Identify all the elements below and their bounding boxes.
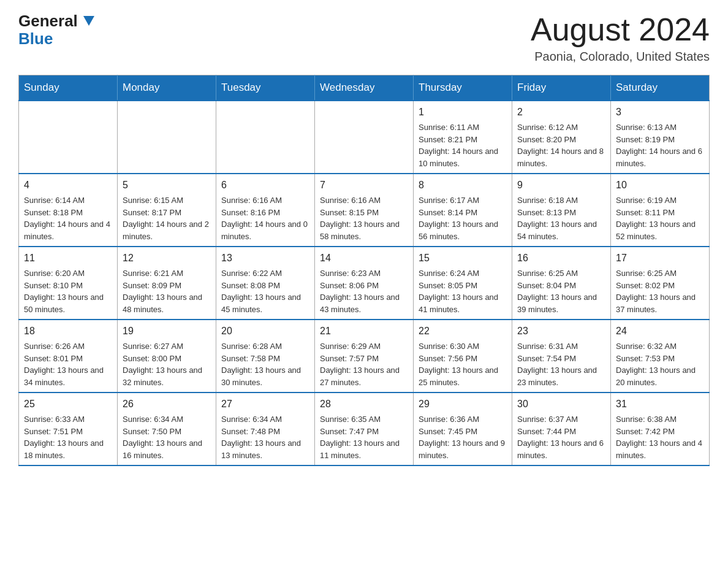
day-number: 6 [221, 178, 309, 193]
day-number: 22 [419, 324, 507, 339]
day-info-line: Sunrise: 6:25 AM [517, 267, 605, 280]
day-info-line: Daylight: 13 hours and 4 minutes. [616, 437, 704, 461]
day-number: 13 [221, 251, 309, 266]
day-info-line: Sunrise: 6:16 AM [320, 194, 408, 207]
day-info-line: Sunrise: 6:22 AM [221, 267, 309, 280]
day-info-line: Daylight: 14 hours and 8 minutes. [517, 145, 605, 169]
day-info-line: Sunrise: 6:30 AM [419, 340, 507, 353]
day-number: 5 [123, 178, 211, 193]
day-info-line: Sunset: 8:20 PM [517, 134, 605, 146]
day-info-line: Daylight: 13 hours and 16 minutes. [123, 437, 211, 461]
day-number: 11 [24, 251, 112, 266]
day-info-line: Sunrise: 6:25 AM [616, 267, 704, 280]
day-info-line: Daylight: 13 hours and 23 minutes. [517, 364, 605, 388]
day-info-line: Sunrise: 6:23 AM [320, 267, 408, 280]
day-info-line: Daylight: 14 hours and 4 minutes. [24, 218, 112, 242]
day-info-line: Sunset: 7:51 PM [24, 426, 112, 438]
day-info-line: Daylight: 13 hours and 48 minutes. [123, 291, 211, 315]
col-sunday: Sunday [19, 75, 118, 101]
day-info-line: Sunrise: 6:14 AM [24, 194, 112, 207]
calendar-week-3: 11Sunrise: 6:20 AMSunset: 8:10 PMDayligh… [19, 247, 710, 320]
col-thursday: Thursday [414, 75, 512, 101]
day-info-line: Sunrise: 6:13 AM [616, 121, 704, 134]
calendar-cell-w3-d3: 14Sunrise: 6:23 AMSunset: 8:06 PMDayligh… [315, 247, 414, 320]
day-number: 18 [24, 324, 112, 339]
day-info-line: Sunset: 8:06 PM [320, 280, 408, 292]
svg-marker-0 [83, 16, 94, 26]
day-info-line: Daylight: 13 hours and 13 minutes. [221, 437, 309, 461]
day-info-line: Sunset: 7:47 PM [320, 426, 408, 438]
calendar-cell-w2-d6: 10Sunrise: 6:19 AMSunset: 8:11 PMDayligh… [611, 174, 710, 247]
day-info-line: Daylight: 14 hours and 2 minutes. [123, 218, 211, 242]
calendar-cell-w4-d1: 19Sunrise: 6:27 AMSunset: 8:00 PMDayligh… [118, 320, 216, 393]
day-info-line: Sunrise: 6:12 AM [517, 121, 605, 134]
day-info-line: Daylight: 13 hours and 27 minutes. [320, 364, 408, 388]
day-info-line: Sunrise: 6:32 AM [616, 340, 704, 353]
day-info-line: Sunset: 8:19 PM [616, 134, 704, 146]
col-saturday: Saturday [611, 75, 710, 101]
day-info-line: Daylight: 13 hours and 30 minutes. [221, 364, 309, 388]
day-number: 21 [320, 324, 408, 339]
day-info-line: Daylight: 13 hours and 39 minutes. [517, 291, 605, 315]
day-info-line: Daylight: 14 hours and 10 minutes. [419, 145, 507, 169]
day-info-line: Daylight: 13 hours and 41 minutes. [419, 291, 507, 315]
day-info-line: Sunset: 7:45 PM [419, 426, 507, 438]
day-info-line: Sunset: 8:10 PM [24, 280, 112, 292]
calendar-cell-w3-d0: 11Sunrise: 6:20 AMSunset: 8:10 PMDayligh… [19, 247, 118, 320]
day-info-line: Sunset: 8:08 PM [221, 280, 309, 292]
day-number: 12 [123, 251, 211, 266]
calendar-cell-w3-d6: 17Sunrise: 6:25 AMSunset: 8:02 PMDayligh… [611, 247, 710, 320]
day-info-line: Sunrise: 6:29 AM [320, 340, 408, 353]
day-info-line: Sunrise: 6:17 AM [419, 194, 507, 207]
col-wednesday: Wednesday [315, 75, 414, 101]
day-info-line: Sunrise: 6:19 AM [616, 194, 704, 207]
day-number: 2 [517, 105, 605, 120]
day-info-line: Daylight: 13 hours and 6 minutes. [517, 437, 605, 461]
day-info-line: Sunrise: 6:11 AM [419, 121, 507, 134]
day-number: 28 [320, 397, 408, 412]
day-info-line: Sunset: 8:18 PM [24, 207, 112, 219]
day-info-line: Daylight: 13 hours and 20 minutes. [616, 364, 704, 388]
day-number: 9 [517, 178, 605, 193]
calendar-header-row: Sunday Monday Tuesday Wednesday Thursday… [19, 75, 710, 101]
day-info-line: Sunrise: 6:36 AM [419, 413, 507, 426]
logo: General Blue [18, 12, 94, 47]
day-info-line: Sunrise: 6:20 AM [24, 267, 112, 280]
calendar-week-5: 25Sunrise: 6:33 AMSunset: 7:51 PMDayligh… [19, 393, 710, 465]
day-number: 7 [320, 178, 408, 193]
day-info-line: Daylight: 13 hours and 58 minutes. [320, 218, 408, 242]
calendar-cell-w3-d1: 12Sunrise: 6:21 AMSunset: 8:09 PMDayligh… [118, 247, 216, 320]
day-number: 1 [419, 105, 507, 120]
day-info-line: Sunset: 7:44 PM [517, 426, 605, 438]
day-info-line: Sunset: 7:48 PM [221, 426, 309, 438]
day-number: 16 [517, 251, 605, 266]
calendar-cell-w4-d3: 21Sunrise: 6:29 AMSunset: 7:57 PMDayligh… [315, 320, 414, 393]
day-info-line: Sunset: 8:17 PM [123, 207, 211, 219]
day-info-line: Sunset: 7:42 PM [616, 426, 704, 438]
day-info-line: Sunset: 8:02 PM [616, 280, 704, 292]
calendar-cell-w2-d5: 9Sunrise: 6:18 AMSunset: 8:13 PMDaylight… [512, 174, 611, 247]
day-info-line: Sunrise: 6:18 AM [517, 194, 605, 207]
day-info-line: Sunset: 7:53 PM [616, 353, 704, 365]
day-number: 30 [517, 397, 605, 412]
col-monday: Monday [118, 75, 216, 101]
day-info-line: Sunrise: 6:27 AM [123, 340, 211, 353]
logo-text: General Blue [18, 12, 94, 47]
calendar-week-1: 1Sunrise: 6:11 AMSunset: 8:21 PMDaylight… [19, 101, 710, 174]
calendar-cell-w4-d4: 22Sunrise: 6:30 AMSunset: 7:56 PMDayligh… [414, 320, 512, 393]
day-info-line: Daylight: 14 hours and 6 minutes. [616, 145, 704, 169]
day-info-line: Sunset: 7:57 PM [320, 353, 408, 365]
day-info-line: Sunrise: 6:26 AM [24, 340, 112, 353]
day-info-line: Sunrise: 6:34 AM [123, 413, 211, 426]
day-info-line: Daylight: 13 hours and 54 minutes. [517, 218, 605, 242]
calendar-cell-w2-d2: 6Sunrise: 6:16 AMSunset: 8:16 PMDaylight… [216, 174, 315, 247]
day-number: 3 [616, 105, 704, 120]
calendar-cell-w2-d0: 4Sunrise: 6:14 AMSunset: 8:18 PMDaylight… [19, 174, 118, 247]
day-info-line: Daylight: 14 hours and 0 minutes. [221, 218, 309, 242]
calendar-cell-w2-d3: 7Sunrise: 6:16 AMSunset: 8:15 PMDaylight… [315, 174, 414, 247]
day-info-line: Sunset: 7:54 PM [517, 353, 605, 365]
calendar-cell-w5-d6: 31Sunrise: 6:38 AMSunset: 7:42 PMDayligh… [611, 393, 710, 465]
day-number: 10 [616, 178, 704, 193]
day-number: 4 [24, 178, 112, 193]
calendar-table: Sunday Monday Tuesday Wednesday Thursday… [18, 75, 710, 466]
